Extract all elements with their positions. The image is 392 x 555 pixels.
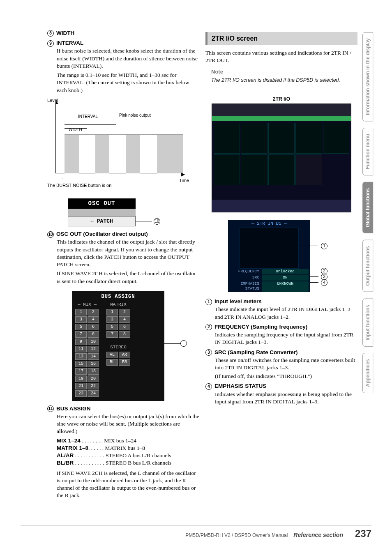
- ba-mix-label: — MIX —: [75, 302, 99, 308]
- ba-cell: 12: [88, 346, 99, 352]
- ba-cell: 16: [88, 361, 99, 367]
- item-body: These are on/off switches for the sampli…: [215, 357, 357, 371]
- interval-p2: The range is 0.1–10 sec for WIDTH, and 1…: [57, 71, 199, 94]
- right-item: 3SRC (Sampling Rate Converter)These are …: [205, 349, 357, 380]
- graph-pink-label: Pink noise output: [119, 113, 151, 118]
- osc-out-head: OSC OUT: [68, 198, 136, 209]
- side-tab[interactable]: Output functions: [362, 240, 373, 292]
- bus-assign-row: MATRIX 1–8. . . . . . MATRIX bus 1–8: [57, 444, 199, 452]
- ba-cell: 9: [75, 339, 87, 345]
- osc-out-p1: This indicates the channel of the output…: [57, 238, 199, 268]
- burst-noise-graph: Level ▲ INTERVAL WIDTH Pink noise output…: [47, 97, 189, 192]
- ba-stereo-label: STEREO: [106, 344, 130, 350]
- graph-time-label: Time: [179, 177, 189, 184]
- note-block: Note The 2TR I/O screen is disabled if t…: [211, 68, 357, 84]
- ba-cell: 14: [88, 353, 99, 360]
- ba-cell: BL: [106, 359, 118, 366]
- side-tab[interactable]: Function menu: [362, 128, 373, 175]
- osc-out-title: OSC OUT (Oscillator direct output): [56, 231, 148, 237]
- bus-assign-row: BL/BR . . . . . . . . . . . STEREO B bus…: [57, 459, 199, 467]
- graph-interval-label: INTERVAL: [78, 114, 98, 120]
- callout-10: 10: [154, 218, 160, 225]
- note-arrow: ↑: [62, 176, 64, 183]
- item-title: Input level meters: [214, 298, 262, 304]
- side-tab[interactable]: Information shown in the display: [362, 32, 373, 121]
- osc-out-figure: OSC OUT ← PATCH 10: [68, 198, 136, 226]
- item-interval: 9INTERVAL If burst noise is selected, th…: [47, 39, 199, 94]
- num-8: 8: [47, 30, 54, 37]
- fm-head: — 2TR IN D1 —: [228, 220, 310, 228]
- item-num: 3: [205, 349, 212, 356]
- section-header: 2TR I/O screen: [205, 32, 357, 45]
- osc-patch-button: ← PATCH: [68, 216, 136, 227]
- ba-cell: 24: [88, 390, 99, 397]
- num-9: 9: [47, 40, 54, 47]
- ba-title: BUS ASSIGN: [75, 293, 161, 300]
- side-tab[interactable]: Appendices: [362, 353, 373, 393]
- ba-cell: 8: [88, 331, 99, 338]
- ba-cell: 3: [106, 316, 118, 323]
- ba-cell: 2: [88, 309, 99, 315]
- item-body: Indicates whether emphasis processing is…: [215, 391, 357, 405]
- ba-cell: 23: [75, 390, 87, 397]
- ba-cell: 15: [75, 361, 87, 367]
- x-arrow: ▶: [181, 171, 185, 177]
- ba-cell: 13: [75, 353, 87, 360]
- note-body: The 2TR I/O screen is disabled if the DS…: [211, 77, 357, 84]
- osc-out-p2: If SINE WAVE 2CH is selected, the L chan…: [57, 270, 199, 285]
- item-title: EMPHASIS STATUS: [214, 383, 266, 389]
- ba-cell: 7: [75, 331, 87, 338]
- ba-cell: BR: [119, 359, 130, 366]
- graph-width-label: WIDTH: [69, 127, 82, 133]
- callout-11: 11: [180, 340, 187, 347]
- ba-cell: 10: [88, 339, 99, 345]
- graph-caption: The BURST NOISE button is on: [47, 182, 111, 189]
- side-tab[interactable]: Input functions: [362, 299, 373, 347]
- callout-1: 1: [321, 243, 327, 249]
- item-bus-assign: 11BUS ASSIGN Here you can select the bus…: [47, 405, 199, 500]
- item-body: These indicate the input level of 2TR IN…: [215, 306, 357, 320]
- ba-cell: 19: [75, 375, 87, 382]
- ba-cell: 7: [106, 331, 118, 338]
- ba-cell: 17: [75, 368, 87, 375]
- ba-cell: 6: [88, 324, 99, 330]
- bus-assign-p2: If SINE WAVE 2CH is selected, the L chan…: [57, 470, 199, 500]
- ba-cell: 3: [75, 316, 87, 323]
- item-body: Indicates the sampling frequency of the …: [215, 331, 357, 346]
- bus-assign-p1: Here you can select the bus(es) or outpu…: [57, 413, 199, 435]
- item-num: 1: [205, 299, 212, 305]
- ba-cell: 1: [106, 309, 118, 315]
- ba-cell: 22: [88, 383, 99, 389]
- footer-page: 237: [355, 527, 371, 540]
- ba-matrix-label: MATRIX: [106, 302, 130, 308]
- item-osc-out: 10OSC OUT (Oscillator direct output) Thi…: [47, 230, 199, 285]
- screenshot-2tr-io: 2TR I/O: [212, 104, 351, 212]
- ba-cell: 8: [119, 331, 130, 338]
- width-title: WIDTH: [56, 30, 74, 36]
- bus-assign-row: MIX 1–24 . . . . . . . . MIX bus 1–24: [57, 437, 199, 444]
- ba-cell: 4: [88, 316, 99, 323]
- bus-assign-figure: BUS ASSIGN — MIX — 123456789101112131415…: [72, 291, 164, 401]
- footer-ref: Reference section: [293, 531, 343, 539]
- ba-cell: AL: [106, 352, 118, 358]
- item-num: 2: [205, 324, 212, 330]
- ba-cell: 21: [75, 383, 87, 389]
- ba-cell: 5: [106, 324, 118, 330]
- item-num: 4: [205, 383, 212, 390]
- item-width: 8WIDTH: [47, 30, 199, 37]
- right-item: 1Input level metersThese indicate the in…: [205, 298, 357, 321]
- interval-p1: If burst noise is selected, these knobs …: [57, 47, 199, 70]
- callout-4: 4: [321, 279, 327, 286]
- fig-2tr-in-d1: — 2TR IN D1 — FREQUENCYUnlockedSRCONEMPH…: [228, 220, 310, 292]
- fm-row: EMPHASIS STATUSUNKNOWN: [228, 281, 310, 292]
- item-title: SRC (Sampling Rate Converter): [214, 349, 298, 355]
- footer-manual: PM5D/PM5D-RH V2 / DSP5D Owner's Manual: [185, 532, 288, 539]
- right-item: 4EMPHASIS STATUSIndicates whether emphas…: [205, 382, 357, 405]
- ba-cell: 1: [75, 309, 87, 315]
- side-tab[interactable]: Global functions: [362, 182, 373, 233]
- ba-cell: 5: [75, 324, 87, 330]
- note-title: Note: [211, 68, 223, 76]
- ba-cell: 18: [88, 368, 99, 375]
- fm-row: SRCON: [228, 275, 310, 281]
- interval-title: INTERVAL: [56, 40, 83, 46]
